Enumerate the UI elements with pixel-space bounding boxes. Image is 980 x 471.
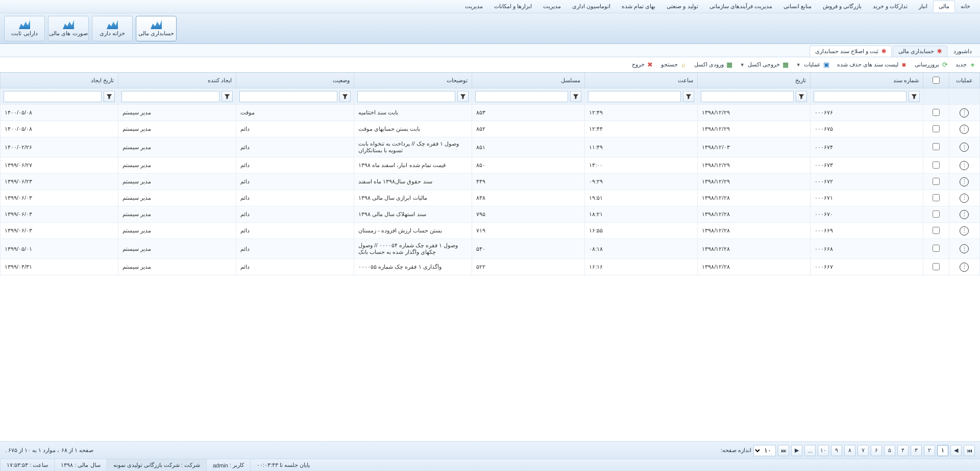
page-prev-button[interactable]: ▶: [791, 445, 802, 456]
filter-icon[interactable]: [104, 91, 115, 102]
ribbon-button[interactable]: دارایی ثابت: [4, 16, 45, 41]
ribbon-button[interactable]: خزانه داری: [92, 16, 133, 41]
row-actions-icon[interactable]: ⋮: [960, 226, 969, 236]
row-checkbox[interactable]: [933, 245, 940, 252]
filter-input[interactable]: [701, 91, 794, 102]
table-row[interactable]: ⋮۰۰۰۶۷۰۱۳۹۸/۱۲/۲۸۱۸:۲۱۷۹۵سند استهلاک سال…: [1, 206, 980, 223]
filter-input[interactable]: [121, 91, 219, 102]
page-number-button[interactable]: ۵: [884, 445, 895, 456]
column-header[interactable]: تاریخ ایجاد: [1, 73, 118, 88]
filter-input[interactable]: [475, 91, 568, 102]
column-header[interactable]: وضعیت: [236, 73, 354, 88]
menu-item[interactable]: تدارکات و خرید: [867, 1, 913, 12]
table-row[interactable]: ⋮۰۰۰۶۷۴۱۳۹۸/۱۲/۰۳۱۱:۴۹۸۵۱وصول ۱ فقره چک …: [1, 137, 980, 157]
ribbon-button[interactable]: حسابداری مالی: [136, 16, 177, 41]
row-checkbox[interactable]: [933, 263, 940, 270]
row-checkbox[interactable]: [933, 125, 940, 132]
page-number-button[interactable]: ۹: [831, 445, 842, 456]
new-button[interactable]: ＋جدید: [955, 61, 976, 68]
filter-icon[interactable]: [909, 91, 920, 102]
filter-input[interactable]: [814, 91, 906, 102]
export-excel-dropdown[interactable]: ▦خروجی اکسل▼: [740, 61, 789, 68]
menu-item[interactable]: ابزارها و امکانات: [488, 1, 537, 12]
table-row[interactable]: ⋮۰۰۰۶۷۳۱۳۹۸/۱۲/۲۹۱۴:۰۰۸۵۰قیمت تمام شده ا…: [1, 157, 980, 174]
menu-item[interactable]: مالی: [933, 1, 955, 12]
filter-icon[interactable]: [457, 91, 469, 102]
filter-input[interactable]: [4, 91, 102, 102]
column-header[interactable]: تاریخ: [698, 73, 811, 88]
menu-item[interactable]: بهای تمام شده: [616, 1, 661, 12]
row-checkbox[interactable]: [933, 227, 940, 234]
table-row[interactable]: ⋮۰۰۰۶۶۹۱۳۹۸/۱۲/۲۸۱۶:۵۵۷۱۹بستن حساب ارزش …: [1, 223, 980, 239]
row-actions-icon[interactable]: ⋮: [960, 177, 969, 186]
page-next-button[interactable]: ◀: [950, 445, 962, 456]
page-size-select[interactable]: ۱۰: [753, 445, 776, 456]
refresh-button[interactable]: ⟳بروزرسانی: [915, 61, 948, 68]
row-actions-icon[interactable]: ⋮: [960, 108, 969, 117]
column-header[interactable]: مسلسل: [472, 73, 585, 88]
page-number-button[interactable]: ۴: [897, 445, 909, 456]
tab-document-edit[interactable]: ✱ ثبت و اصلاح سند حسابداری: [810, 45, 892, 57]
menu-item[interactable]: بازرگانی و فروش: [817, 1, 867, 12]
tab-dashboard[interactable]: داشبورد: [948, 46, 977, 57]
column-header[interactable]: [923, 73, 949, 88]
page-number-button[interactable]: ۲: [924, 445, 935, 456]
menu-item[interactable]: انبار: [913, 1, 933, 12]
menu-item[interactable]: اتوماسیون اداری: [567, 1, 616, 12]
column-header[interactable]: ساعت: [585, 73, 698, 88]
row-checkbox[interactable]: [933, 210, 940, 218]
row-actions-icon[interactable]: ⋮: [960, 210, 969, 219]
menu-item[interactable]: تولید و صنعتی: [661, 1, 703, 12]
filter-icon[interactable]: [796, 91, 807, 102]
filter-icon[interactable]: [339, 91, 351, 102]
page-number-button[interactable]: ۱۰: [818, 445, 829, 456]
filter-icon[interactable]: [683, 91, 694, 102]
filter-icon[interactable]: [570, 91, 581, 102]
row-actions-icon[interactable]: ⋮: [960, 263, 969, 272]
row-actions-icon[interactable]: ⋮: [960, 194, 969, 203]
column-header[interactable]: عملیات: [949, 73, 979, 88]
search-button[interactable]: ⌕جستجو: [661, 61, 687, 68]
row-actions-icon[interactable]: ⋮: [960, 125, 969, 134]
exit-button[interactable]: ✖خروج: [632, 61, 654, 68]
row-checkbox[interactable]: [933, 194, 940, 201]
row-checkbox[interactable]: [933, 161, 940, 169]
menu-item[interactable]: مدیریت: [537, 1, 567, 12]
row-actions-icon[interactable]: ⋮: [960, 161, 969, 170]
page-number-button[interactable]: ۳: [911, 445, 922, 456]
select-all-checkbox[interactable]: [933, 77, 940, 84]
page-number-button[interactable]: ۷: [857, 445, 869, 456]
ribbon-button[interactable]: صورت های مالی: [48, 16, 89, 41]
page-number-button[interactable]: ۱: [937, 445, 948, 456]
table-row[interactable]: ⋮۰۰۰۶۷۱۱۳۹۸/۱۲/۲۸۱۹:۵۱۸۳۸مالیات ابرازی س…: [1, 190, 980, 206]
column-header[interactable]: ایجاد کننده: [118, 73, 236, 88]
menu-item[interactable]: مدیریت فرآیندهای سازمانی: [704, 1, 778, 12]
page-number-button[interactable]: ۶: [871, 445, 882, 456]
menu-item[interactable]: مدیریت: [459, 1, 488, 12]
operations-dropdown[interactable]: ▣عملیات▼: [796, 61, 830, 68]
row-checkbox[interactable]: [933, 143, 940, 150]
table-row[interactable]: ⋮۰۰۰۶۶۸۱۳۹۸/۱۲/۲۸۰۸:۱۸۵۴۰وصول ۱ فقره چک …: [1, 239, 980, 259]
page-number-button[interactable]: ۸: [844, 445, 855, 456]
column-header[interactable]: شماره سند: [811, 73, 923, 88]
row-actions-icon[interactable]: ⋮: [960, 143, 969, 152]
import-excel-button[interactable]: ▦ورودی اکسل: [694, 61, 733, 68]
row-actions-icon[interactable]: ⋮: [960, 244, 969, 253]
table-row[interactable]: ⋮۰۰۰۶۷۲۱۳۹۸/۱۲/۲۹۰۹:۲۹۴۴۹سند حقوق سال۱۳۹…: [1, 174, 980, 190]
filter-input[interactable]: [357, 91, 455, 102]
page-ellipsis[interactable]: ...: [804, 445, 816, 456]
tab-accounting[interactable]: ✱ حسابداری مالی: [893, 45, 947, 57]
menu-item[interactable]: منابع انسانی: [778, 1, 817, 12]
filter-input[interactable]: [588, 91, 681, 102]
page-first-button[interactable]: ⏭: [778, 445, 789, 456]
deleted-list-button[interactable]: ■لیست سند های حذف شده: [837, 61, 908, 68]
close-icon[interactable]: ✱: [937, 48, 942, 55]
menu-item[interactable]: خانه: [955, 1, 976, 12]
close-icon[interactable]: ✱: [881, 48, 886, 55]
table-row[interactable]: ⋮۰۰۰۶۷۵۱۳۹۸/۱۲/۲۹۱۲:۴۴۸۵۲بابت بستن حسابه…: [1, 121, 980, 137]
column-header[interactable]: توضیحات: [354, 73, 472, 88]
table-row[interactable]: ⋮۰۰۰۶۷۶۱۳۹۸/۱۲/۲۹۱۲:۴۹۸۵۳بابت سند اختتام…: [1, 105, 980, 121]
filter-input[interactable]: [239, 91, 337, 102]
row-checkbox[interactable]: [933, 178, 940, 185]
row-checkbox[interactable]: [933, 109, 940, 116]
